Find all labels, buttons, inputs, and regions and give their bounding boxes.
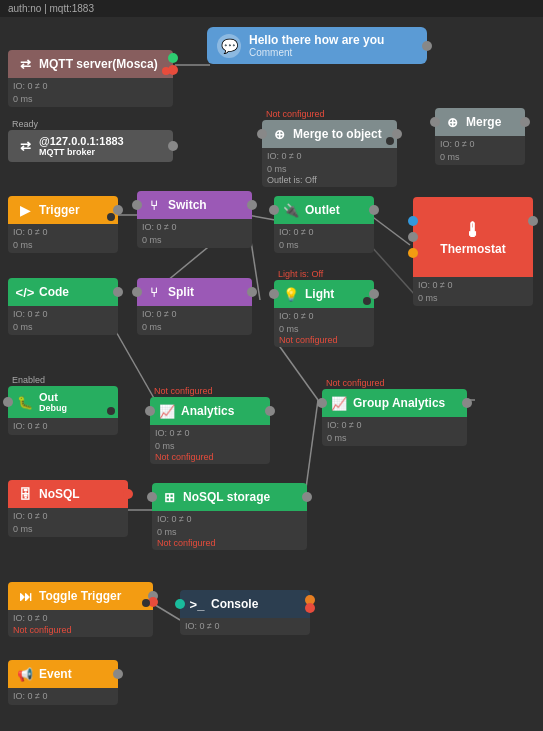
light-label: Light [305,287,334,301]
analytics-out-port [265,406,275,416]
thermostat-node: 🌡 Thermostat IO: 0 ≠ 0 0 ms [413,197,533,317]
switch-label: Switch [168,198,207,212]
trigger-status-dot [107,213,115,221]
outlet-node: 🔌 Outlet IO: 0 ≠ 0 0 ms [274,196,374,253]
nosql-storage-io: IO: 0 ≠ 0 [157,513,302,526]
merge-to-object-io: IO: 0 ≠ 0 [267,150,392,163]
toggle-trigger-status-dot [142,599,150,607]
nosql-storage-out-port [302,492,312,502]
analytics-ms: 0 ms [155,440,265,453]
code-body: IO: 0 ≠ 0 0 ms [8,306,118,335]
switch-out-port [247,200,257,210]
analytics-node: Not configured 📈 Analytics IO: 0 ≠ 0 0 m… [150,385,270,464]
trigger-io: IO: 0 ≠ 0 [13,226,113,239]
nosql-out-port [123,489,133,499]
thermostat-label-text: Thermostat [421,242,525,256]
light-in-port [269,289,279,299]
outlet-in-port [269,205,279,215]
switch-ms: 0 ms [142,234,247,247]
merge-to-object-ms: 0 ms [267,163,392,176]
nosql-storage-body: IO: 0 ≠ 0 0 ms Not configured [152,511,307,550]
outlet-header: 🔌 Outlet [274,196,374,224]
thermostat-thermometer-icon: 🌡 [421,219,525,242]
out-debug-node: Enabled 🐛 Out Debug IO: 0 ≠ 0 [8,374,118,435]
nosql-storage-ms: 0 ms [157,526,302,539]
mqtt-broker-header: ⇄ @127.0.0.1:1883 MQTT broker [8,130,173,162]
light-node: Light is: Off 💡 Light IO: 0 ≠ 0 0 ms Not… [274,268,374,347]
thermostat-body: IO: 0 ≠ 0 0 ms [413,277,533,306]
console-label: Console [211,597,258,611]
code-header: </> Code [8,278,118,306]
thermostat-in-gray [408,232,418,242]
mqtt-server-icon: ⇄ [16,55,34,73]
merge-out-port [520,117,530,127]
console-out-red [305,603,315,613]
nosql-icon: 🗄 [16,485,34,503]
thermostat-io: IO: 0 ≠ 0 [418,279,528,292]
comment-title: Hello there how are you [249,33,384,47]
mqtt-server-status-dot [162,67,170,75]
comment-node: 💬 Hello there how are you Comment [207,27,427,64]
nosql-ms: 0 ms [13,523,123,536]
event-icon: 📢 [16,665,34,683]
split-header: ⑂ Split [137,278,252,306]
out-body: IO: 0 ≠ 0 [8,418,118,435]
event-node: 📢 Event IO: 0 ≠ 0 [8,660,118,705]
toggle-trigger-node: ⏭ Toggle Trigger IO: 0 ≠ 0 Not configure… [8,582,153,637]
light-is-off: Light is: Off [274,268,374,280]
merge-in-port [430,117,440,127]
mqtt-server-port-green [168,53,178,63]
analytics-not-configured: Not configured [150,385,270,397]
split-out-port [247,287,257,297]
light-header: 💡 Light [274,280,374,308]
light-body: IO: 0 ≠ 0 0 ms Not configured [274,308,374,347]
thermostat-in-orange [408,248,418,258]
analytics-icon: 📈 [158,402,176,420]
debug-sublabel: Debug [39,403,67,413]
thermostat-header: 🌡 Thermostat [413,197,533,277]
svg-line-9 [275,340,318,400]
code-ms: 0 ms [13,321,113,334]
out-io: IO: 0 ≠ 0 [13,420,113,433]
split-in-port [132,287,142,297]
group-analytics-body: IO: 0 ≠ 0 0 ms [322,417,467,446]
analytics-label: Analytics [181,404,234,418]
code-out-port [113,287,123,297]
code-io: IO: 0 ≠ 0 [13,308,113,321]
nosql-storage-in-port [147,492,157,502]
out-label: Out [39,391,67,403]
group-analytics-ms: 0 ms [327,432,462,445]
console-io: IO: 0 ≠ 0 [185,620,305,633]
group-analytics-out-port [462,398,472,408]
comment-out-port [422,41,432,51]
toggle-trigger-io: IO: 0 ≠ 0 [13,612,148,625]
event-header: 📢 Event [8,660,118,688]
comment-icon: 💬 [217,34,241,58]
toggle-trigger-icon: ⏭ [16,587,34,605]
nosql-body: IO: 0 ≠ 0 0 ms [8,508,128,537]
console-in-cyan [175,599,185,609]
code-icon: </> [16,283,34,301]
merge-to-object-body: IO: 0 ≠ 0 0 ms Outlet is: Off [262,148,397,187]
outlet-ms: 0 ms [279,239,369,252]
split-body: IO: 0 ≠ 0 0 ms [137,306,252,335]
merge-to-object-in-port [257,129,267,139]
comment-subtitle: Comment [249,47,384,58]
console-body: IO: 0 ≠ 0 [180,618,310,635]
mqtt-broker-icon: ⇄ [16,137,34,155]
merge-ms: 0 ms [440,151,520,164]
switch-node: ⑂ Switch IO: 0 ≠ 0 0 ms [137,191,252,248]
group-analytics-label: Group Analytics [353,396,445,410]
split-io: IO: 0 ≠ 0 [142,308,247,321]
analytics-io: IO: 0 ≠ 0 [155,427,265,440]
merge-io: IO: 0 ≠ 0 [440,138,520,151]
event-io: IO: 0 ≠ 0 [13,690,113,703]
out-in-port [3,397,13,407]
outlet-out-port [369,205,379,215]
trigger-icon: ▶ [16,201,34,219]
toggle-trigger-label: Toggle Trigger [39,589,121,603]
event-label: Event [39,667,72,681]
outlet-is-off: Outlet is: Off [267,175,392,185]
trigger-ms: 0 ms [13,239,113,252]
mqtt-server-body: IO: 0 ≠ 0 0 ms [8,78,173,107]
